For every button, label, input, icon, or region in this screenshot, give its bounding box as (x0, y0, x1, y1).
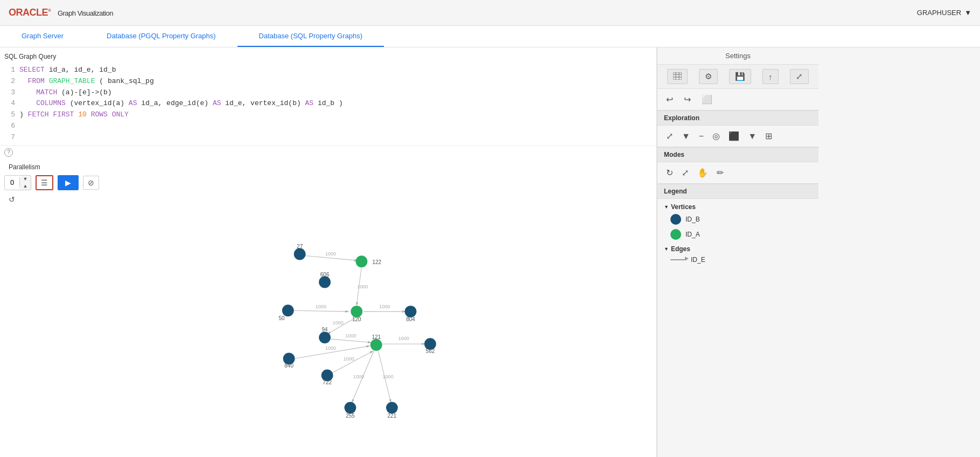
node-606[interactable] (319, 276, 331, 288)
code-line-5: 5 ) FETCH FIRST 10 ROWS ONLY (4, 109, 652, 121)
node-121[interactable] (370, 339, 382, 351)
erase-button[interactable]: ⬜ (699, 93, 715, 106)
node-label-27: 27 (297, 243, 303, 249)
oracle-logo: ORACLE® Graph Visualization (9, 7, 113, 18)
exp-dropdown-btn[interactable]: ▼ (680, 130, 692, 142)
node-120[interactable] (351, 306, 362, 317)
edge-label-122-120: 1000 (357, 284, 368, 289)
node-label-562: 562 (426, 348, 435, 354)
code-line-2: 2 FROM GRAPH_TABLE ( bank_sql_pg (4, 76, 652, 87)
edge-label-27-122: 1000 (325, 251, 336, 257)
edge-label-120-94: 1000 (333, 320, 344, 325)
settings-icons-row: ⚙ 💾 ↑ ⤢ (657, 65, 818, 89)
edge-50-120 (293, 310, 349, 311)
tab-bar: Graph Server Database (PGQL Property Gra… (0, 26, 980, 47)
tab-db-sql[interactable]: Database (SQL Property Graphs) (237, 26, 384, 47)
edge-label-840-121: 1000 (325, 345, 336, 351)
node-255[interactable] (345, 401, 356, 413)
table-grid-icon (673, 72, 682, 80)
main-container: SQL Graph Query 1 SELECT id_a, id_e, id_… (0, 47, 980, 457)
vertices-triangle: ▼ (664, 204, 669, 210)
node-94[interactable] (319, 331, 331, 343)
edge-label-120-804: 1000 (379, 303, 390, 309)
node-label-255: 255 (346, 412, 355, 418)
legend-item-id-e: ID_E (670, 256, 812, 264)
tab-db-pgql[interactable]: Database (PGQL Property Graphs) (85, 26, 237, 47)
edge-722-121 (329, 351, 373, 375)
code-line-1: 1 SELECT id_a, id_e, id_b (4, 65, 652, 76)
right-panel: Settings ⚙ 💾 ↑ ⤢ ↩ ↪ ⬜ Exploration (657, 47, 818, 457)
node-label-804: 804 (406, 316, 415, 322)
edit-mode-btn[interactable]: ✏ (715, 167, 726, 179)
node-label-221: 221 (388, 412, 397, 418)
settings-expand-icon-btn[interactable]: ⤢ (790, 69, 809, 84)
edges-label: Edges (671, 245, 690, 253)
node-label-122: 122 (372, 259, 381, 265)
parallelism-help-icon[interactable]: ? (4, 148, 13, 157)
node-label-840: 840 (284, 363, 293, 369)
spin-down-btn[interactable]: ▼ (20, 176, 31, 183)
edge-label-121-562: 1000 (398, 336, 409, 341)
edge-label-121-221: 1000 (383, 374, 394, 379)
minus-btn[interactable]: − (697, 130, 706, 142)
clear-button[interactable]: ⊘ (83, 176, 99, 190)
node-122[interactable] (356, 255, 368, 267)
node-label-120: 120 (352, 316, 361, 322)
edge-94-121 (331, 339, 372, 342)
settings-gear-icon-btn[interactable]: ⚙ (699, 69, 718, 84)
node-221[interactable] (386, 401, 398, 413)
legend-section: ▼ Vertices ID_B ID_A ▼ Edges ID_E (657, 199, 818, 457)
run-query-button[interactable]: ▶ (58, 175, 79, 190)
refresh-button[interactable]: ↺ (4, 193, 19, 206)
exploration-section-header: Exploration (657, 110, 818, 126)
left-panel: SQL Graph Query 1 SELECT id_a, id_e, id_… (0, 47, 657, 457)
node-label-121: 121 (372, 334, 381, 340)
legend-item-id-a: ID_A (670, 229, 812, 240)
legend-circle-green (670, 229, 681, 240)
settings-header: Settings (657, 47, 818, 65)
header-left: ORACLE® Graph Visualization (9, 7, 113, 18)
code-line-3: 3 MATCH (a)-[e]->(b) (4, 87, 652, 99)
node-804[interactable] (405, 306, 417, 317)
parallelism-label: Parallelism (9, 163, 40, 171)
legend-circle-blue (670, 214, 681, 225)
app-title: Graph Visualization (58, 9, 113, 17)
node-label-50: 50 (278, 315, 285, 321)
user-dropdown-icon[interactable]: ▼ (964, 9, 971, 17)
tab-graph-server[interactable]: Graph Server (0, 26, 85, 47)
controls-row: Parallelism (4, 159, 652, 175)
legend-id-e-label: ID_E (691, 256, 705, 264)
exploration-icons-row: ⤢ ▼ − ◎ ⬛ ▼ ⊞ (657, 126, 818, 147)
graph-canvas: 1000 1000 1000 1000 1000 1000 1000 (0, 207, 656, 453)
rotate-mode-btn[interactable]: ↻ (664, 167, 675, 179)
svg-rect-1 (673, 72, 682, 80)
node-27[interactable] (294, 248, 306, 260)
redo-button[interactable]: ↪ (682, 93, 693, 106)
code-line-4: 4 COLUMNS (vertex_id(a) AS id_a, edge_id… (4, 98, 652, 109)
target-btn[interactable]: ◎ (710, 130, 722, 142)
table-icon: ☰ (41, 178, 48, 187)
table-view-button[interactable]: ☰ (36, 175, 53, 190)
code-line-6: 6 (4, 121, 652, 132)
code-editor[interactable]: 1 SELECT id_a, id_e, id_b 2 FROM GRAPH_T… (0, 63, 656, 146)
expand-icon-btn[interactable]: ⤢ (664, 130, 675, 142)
settings-upload-icon-btn[interactable]: ↑ (762, 69, 779, 84)
parallelism-spinner[interactable]: 0 ▼ ▲ (4, 175, 31, 190)
box-dropdown-btn[interactable]: ▼ (746, 130, 759, 142)
legend-edge-line (670, 259, 687, 260)
expand-mode-btn[interactable]: ⤢ (680, 167, 691, 179)
edges-triangle: ▼ (664, 246, 669, 252)
edge-label-50-120: 1000 (316, 303, 326, 309)
settings-save-icon-btn[interactable]: 💾 (729, 69, 751, 84)
settings-table-icon-btn[interactable] (667, 69, 688, 84)
spin-up-btn[interactable]: ▲ (20, 183, 31, 190)
username: GRAPHUSER (917, 9, 961, 17)
grid-btn[interactable]: ⊞ (763, 130, 774, 142)
hand-mode-btn[interactable]: ✋ (695, 167, 710, 179)
vertices-group-label: ▼ Vertices (664, 203, 812, 211)
box-btn[interactable]: ⬛ (726, 130, 741, 142)
undo-button[interactable]: ↩ (664, 93, 675, 106)
node-label-606: 606 (320, 271, 330, 277)
node-50[interactable] (282, 304, 294, 316)
legend-id-b-label: ID_B (685, 216, 700, 223)
